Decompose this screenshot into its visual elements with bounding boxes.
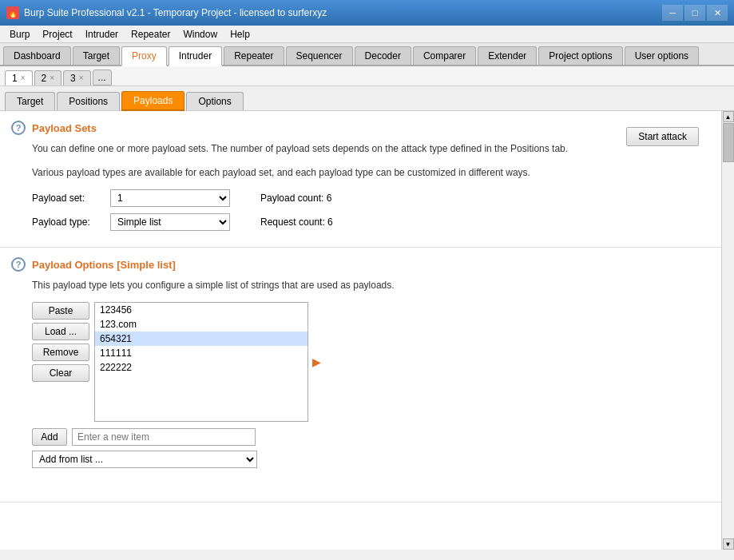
payload-set-row: Payload set: 1 2 Payload count: 6 (32, 189, 710, 207)
payload-action-buttons: Paste Load ... Remove Clear (32, 302, 89, 422)
list-item[interactable]: 123456 (95, 303, 307, 317)
payload-count-label: Payload count: 6 (260, 193, 331, 204)
request-count-label: Request count: 6 (260, 216, 333, 228)
list-item[interactable]: 123.com (95, 317, 307, 332)
list-arrow-indicator: ▶ (312, 355, 321, 368)
scroll-up-button[interactable]: ▲ (723, 111, 734, 122)
attack-tab-3-label: 3 (70, 73, 76, 84)
payload-type-label: Payload type: (32, 216, 104, 228)
attack-tab-1[interactable]: 1 × (5, 70, 33, 85)
attack-tab-1-label: 1 (12, 73, 18, 84)
add-from-list-select[interactable]: Add from list ... (32, 451, 257, 468)
add-button[interactable]: Add (32, 428, 67, 446)
inner-tab-bar: Target Positions Payloads Options (0, 86, 734, 111)
menu-bar: Burp Project Intruder Repeater Window He… (0, 26, 734, 43)
app-icon: 🔥 (6, 6, 19, 19)
inner-tab-payloads[interactable]: Payloads (121, 91, 184, 111)
window-title: Burp Suite Professional v2.1 - Temporary… (24, 7, 327, 18)
tab-proxy[interactable]: Proxy (121, 46, 167, 66)
load-button[interactable]: Load ... (32, 323, 89, 340)
list-item[interactable]: 111111 (95, 346, 307, 360)
content-area: ? Payload Sets You can define one or mor… (0, 111, 734, 550)
add-from-list-row: Add from list ... (32, 451, 710, 468)
payload-options-desc: This payload type lets you configure a s… (32, 278, 710, 292)
menu-help[interactable]: Help (224, 27, 256, 42)
attack-tab-1-close[interactable]: × (21, 73, 26, 82)
scrollbar[interactable]: ▲ ▼ (721, 111, 734, 550)
add-item-row: Add (32, 428, 710, 446)
payload-sets-title: Payload Sets (32, 122, 97, 134)
payload-set-select[interactable]: 1 2 (110, 189, 230, 207)
payload-sets-icon: ? (11, 121, 26, 135)
tab-repeater[interactable]: Repeater (224, 46, 284, 65)
tab-dashboard[interactable]: Dashboard (3, 46, 71, 65)
payload-options-section: ? Payload Options [Simple list] This pay… (0, 248, 721, 502)
inner-tab-positions[interactable]: Positions (57, 92, 120, 110)
attack-tab-3[interactable]: 3 × (63, 70, 91, 85)
close-button[interactable]: ✕ (707, 5, 728, 21)
clear-button[interactable]: Clear (32, 364, 89, 382)
tab-comparer[interactable]: Comparer (413, 46, 476, 65)
scroll-container[interactable]: ? Payload Sets You can define one or mor… (0, 111, 721, 550)
inner-tab-target[interactable]: Target (5, 92, 55, 110)
tab-extender[interactable]: Extender (478, 46, 537, 65)
list-item[interactable]: 222222 (95, 360, 307, 375)
menu-project[interactable]: Project (36, 27, 78, 42)
title-bar: 🔥 Burp Suite Professional v2.1 - Tempora… (0, 0, 734, 26)
payload-options-title: Payload Options [Simple list] (32, 259, 176, 271)
payload-list-box[interactable]: 123456 123.com 654321 111111 222222 (94, 302, 308, 422)
attack-tab-2[interactable]: 2 × (34, 70, 62, 85)
payload-sets-section: ? Payload Sets You can define one or mor… (0, 111, 721, 248)
attack-tab-bar: 1 × 2 × 3 × ... (0, 66, 734, 86)
inner-tab-options[interactable]: Options (186, 92, 243, 110)
payload-type-select[interactable]: Simple list Runtime file Custom iterator (110, 213, 230, 231)
attack-tab-2-close[interactable]: × (50, 73, 54, 82)
menu-repeater[interactable]: Repeater (125, 27, 177, 42)
tab-project-options[interactable]: Project options (538, 46, 622, 65)
start-attack-button[interactable]: Start attack (626, 127, 699, 146)
list-item[interactable]: 654321 (95, 332, 307, 346)
payload-list-wrapper: 123456 123.com 654321 111111 222222 ▶ (94, 302, 308, 422)
tab-user-options[interactable]: User options (625, 46, 699, 65)
menu-burp[interactable]: Burp (3, 27, 36, 42)
tab-decoder[interactable]: Decoder (355, 46, 411, 65)
maximize-button[interactable]: □ (684, 5, 705, 21)
payload-type-row: Payload type: Simple list Runtime file C… (32, 213, 710, 231)
remove-button[interactable]: Remove (32, 344, 89, 361)
add-item-input[interactable] (72, 428, 256, 446)
paste-button[interactable]: Paste (32, 302, 89, 320)
attack-tab-more[interactable]: ... (93, 70, 112, 85)
payload-options-icon: ? (11, 257, 26, 272)
payload-sets-desc1: You can define one or more payload sets.… (32, 141, 626, 156)
payload-list-area: Paste Load ... Remove Clear 123456 123.c… (32, 302, 710, 422)
window-controls: ─ □ ✕ (662, 5, 728, 21)
tab-sequencer[interactable]: Sequencer (286, 46, 353, 65)
tab-target[interactable]: Target (73, 46, 120, 65)
minimize-button[interactable]: ─ (662, 5, 683, 21)
scroll-thumb[interactable] (723, 123, 734, 162)
menu-intruder[interactable]: Intruder (79, 27, 125, 42)
attack-tab-3-close[interactable]: × (79, 73, 84, 82)
menu-window[interactable]: Window (177, 27, 224, 42)
payload-sets-desc2: Various payload types are available for … (32, 165, 626, 180)
tab-intruder[interactable]: Intruder (169, 46, 222, 66)
main-tab-bar: Dashboard Target Proxy Intruder Repeater… (0, 43, 734, 66)
attack-tab-2-label: 2 (42, 73, 47, 84)
scroll-down-button[interactable]: ▼ (723, 538, 734, 550)
payload-set-label: Payload set: (32, 193, 104, 204)
